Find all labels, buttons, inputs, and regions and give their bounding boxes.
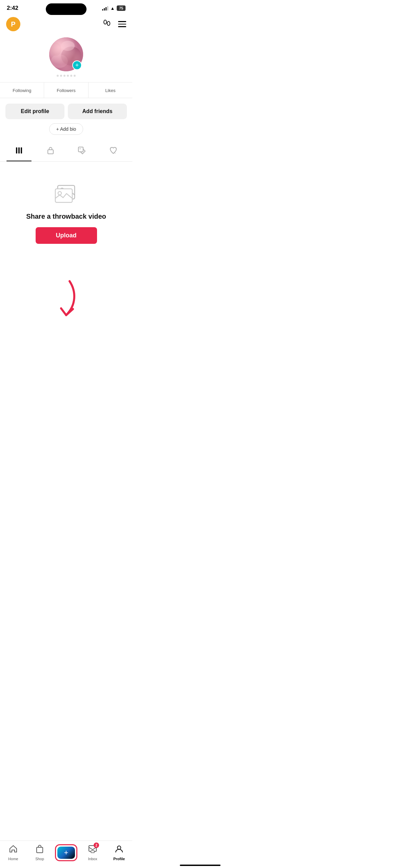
heart-icon: [109, 146, 117, 157]
content-tabs: [0, 142, 132, 162]
stat-followers[interactable]: Followers: [44, 83, 88, 98]
svg-point-12: [80, 148, 81, 149]
followers-label: Followers: [57, 88, 76, 93]
add-friends-button[interactable]: Add friends: [68, 104, 127, 119]
menu-icon[interactable]: [118, 21, 126, 27]
top-nav: P: [0, 14, 132, 34]
footprint-icon[interactable]: [102, 18, 112, 31]
stat-likes[interactable]: Likes: [88, 83, 132, 98]
stat-following[interactable]: Following: [0, 83, 44, 98]
empty-title: Share a throwback video: [26, 213, 106, 220]
svg-point-5: [61, 41, 75, 51]
tab-grid[interactable]: [3, 142, 35, 161]
svg-rect-15: [55, 189, 72, 202]
add-photo-button[interactable]: +: [72, 60, 82, 70]
tag-icon: [78, 146, 86, 157]
status-icons: ▲ 75: [102, 5, 126, 11]
add-bio-button[interactable]: + Add bio: [49, 123, 83, 135]
svg-point-6: [51, 42, 61, 56]
avatar-container: +: [49, 37, 83, 71]
signal-icon: [102, 6, 108, 11]
username-dots: [57, 75, 76, 77]
svg-rect-9: [21, 147, 22, 153]
svg-point-4: [51, 54, 68, 68]
svg-rect-11: [78, 147, 83, 152]
edit-profile-button[interactable]: Edit profile: [5, 104, 64, 119]
arrow-annotation: [0, 278, 132, 325]
profile-section: + Following Followers Likes Edit profile…: [0, 34, 132, 142]
wifi-icon: ▲: [110, 6, 115, 11]
dynamic-island: [46, 3, 87, 15]
battery-icon: 75: [117, 5, 126, 11]
svg-point-1: [107, 21, 110, 25]
grid-icon: [15, 146, 23, 157]
stats-row: Following Followers Likes: [0, 82, 132, 98]
nav-right: [102, 18, 126, 31]
placeholder-image-icon: [53, 182, 80, 206]
svg-rect-7: [16, 147, 17, 153]
svg-rect-8: [18, 147, 20, 153]
action-buttons: Edit profile Add friends: [0, 104, 132, 119]
tab-private[interactable]: [35, 142, 66, 161]
svg-point-0: [104, 20, 107, 24]
logo-button[interactable]: P: [6, 17, 20, 31]
following-label: Following: [13, 88, 31, 93]
red-arrow-svg: [46, 278, 87, 325]
status-time: 2:42: [7, 5, 18, 12]
lock-icon: [47, 146, 54, 157]
likes-label: Likes: [105, 88, 115, 93]
svg-rect-10: [48, 150, 53, 154]
empty-state: Share a throwback video Upload: [0, 162, 132, 257]
upload-button[interactable]: Upload: [36, 227, 97, 244]
tab-liked[interactable]: [98, 142, 129, 161]
tab-tagged[interactable]: [66, 142, 98, 161]
bottom-spacer: [0, 322, 132, 356]
status-bar: 2:42 ▲ 75: [0, 0, 132, 14]
